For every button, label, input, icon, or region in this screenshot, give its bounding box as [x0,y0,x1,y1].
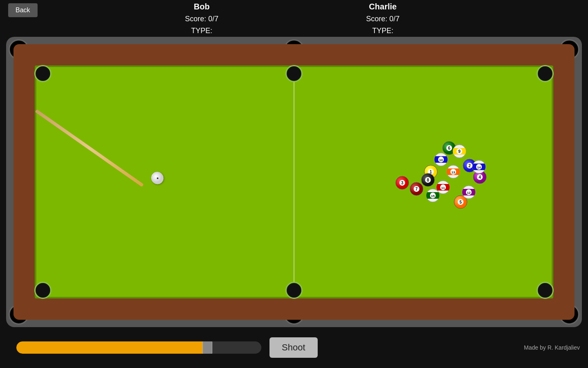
ball-3: 3 [395,176,409,190]
svg-text:7: 7 [415,187,418,191]
pocket-top-right [537,65,554,82]
pool-table [6,37,582,327]
player2-name: Charlie [366,0,400,13]
svg-text:5: 5 [459,200,462,204]
footer: Shoot Made by R. Kardjaliev [0,327,588,368]
header: Back Bob Score: 0/7 TYPE: Charlie Score:… [0,0,588,37]
back-button[interactable]: Back [8,3,38,17]
pocket-top-middle [285,65,303,82]
svg-text:3: 3 [401,181,403,185]
svg-text:2: 2 [468,164,471,168]
ball-14: 14 [472,160,486,174]
center-line [294,67,294,297]
table-outer-rail [6,37,582,327]
made-by-label: Made by R. Kardjaliev [524,344,580,351]
player1-score: Score: 0/7 [185,13,218,25]
pocket-bottom-middle [285,282,303,299]
svg-text:11: 11 [441,186,445,190]
ball-8: 8 [421,173,435,187]
player1-info: Bob Score: 0/7 TYPE: [185,0,218,37]
power-bar-fill [16,341,207,354]
svg-text:14: 14 [477,166,481,169]
pocket-bottom-right [537,282,554,299]
pocket-top-left [34,65,51,82]
ball-10: 10 [434,153,448,166]
shoot-button[interactable]: Shoot [270,337,318,358]
ball-13: 13 [446,165,460,179]
svg-text:8: 8 [427,178,429,182]
svg-text:12: 12 [467,191,471,195]
pocket-bottom-left [34,282,51,299]
ball-15: 15 [426,188,440,202]
player1-name: Bob [185,0,218,13]
svg-text:4: 4 [479,175,481,180]
svg-point-1 [157,177,158,179]
ball-9: 9 [452,144,466,158]
svg-text:10: 10 [439,158,443,162]
player2-score: Score: 0/7 [366,13,400,25]
power-bar-handle[interactable] [203,341,212,354]
table-wood-rail [13,44,575,320]
svg-text:6: 6 [448,146,450,150]
ball-12: 12 [462,185,476,199]
power-bar[interactable] [16,341,261,354]
cue-ball [151,172,163,184]
svg-text:9: 9 [458,149,461,154]
player2-type: TYPE: [366,25,400,37]
player2-info: Charlie Score: 0/7 TYPE: [366,0,400,37]
player1-type: TYPE: [185,25,218,37]
svg-text:13: 13 [452,171,455,174]
svg-text:15: 15 [431,194,435,198]
